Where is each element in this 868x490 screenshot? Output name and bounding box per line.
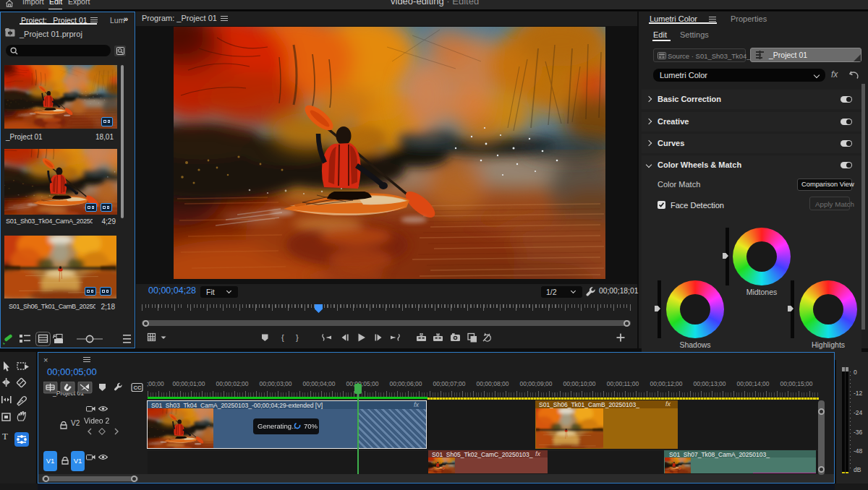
svg-text:CC: CC (134, 384, 142, 391)
svg-text:}: } (296, 333, 299, 342)
svg-text:{: { (281, 333, 284, 342)
svg-text:T: T (2, 431, 8, 442)
